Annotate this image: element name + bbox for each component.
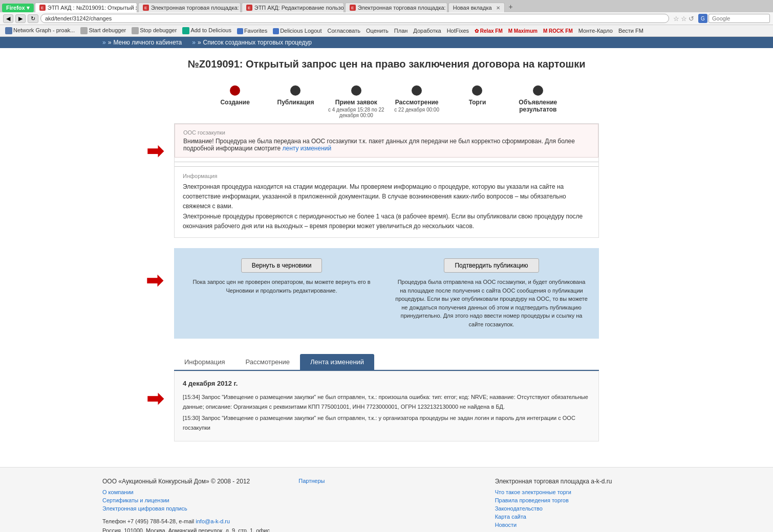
stop-debugger-icon [132, 27, 139, 34]
nav-arrow-1: » [108, 39, 112, 46]
nav-arrow-2: » [198, 39, 201, 46]
bm-hotfixes[interactable]: HotFixes [445, 27, 471, 34]
nav-menu-procedures[interactable]: » Список созданных торговых процедур [192, 39, 312, 46]
tab-icon-4: E [350, 5, 356, 11]
action-arrow: ➡ [146, 269, 163, 292]
step-results: Объявлениерезультатов [508, 85, 568, 113]
tab-icon-2: E [143, 5, 149, 11]
network-graph-icon [5, 27, 12, 34]
action-col-2: Подтвердить публикацию Процедура была от… [394, 258, 589, 328]
bm-start-debugger[interactable]: Start debugger [78, 27, 128, 35]
footer-link-certs[interactable]: Сертификаты и лицензии [102, 497, 278, 503]
reload-button[interactable]: ↻ [28, 14, 38, 23]
bookmark-star2[interactable]: ☆ [681, 15, 687, 23]
bm-vesti-fm[interactable]: Вести FM [616, 27, 646, 34]
bookmark-star[interactable]: ☆ [673, 15, 679, 23]
steps-indicator: Создание Публикация Прием заявок с 4 дек… [174, 80, 599, 123]
notice-container: ➡ ООС госзакупки Внимание! Процедура не … [174, 123, 599, 238]
main-content: №Z019091: Открытый запрос цен на право з… [164, 48, 609, 452]
nav-menu-cabinet[interactable]: » Меню личного кабинета [102, 39, 182, 46]
tab-icon-3: E [246, 5, 252, 11]
tab-changelog[interactable]: Лента изменений [300, 354, 374, 370]
tab-close-5[interactable]: ✕ [496, 5, 500, 11]
footer-link-law[interactable]: Законодательство [495, 505, 671, 512]
bm-plan[interactable]: План [392, 27, 410, 34]
footer-email[interactable]: info@a-k-d.ru [196, 518, 230, 524]
footer-link-news[interactable]: Новости [495, 522, 671, 528]
footer-link-what[interactable]: Что такое электронные торги [495, 489, 671, 495]
tab-review[interactable]: Рассмотрение [235, 354, 300, 370]
footer-col-left: ООО «Аукционный Конкурсный Дом» © 2008 -… [102, 478, 278, 532]
footer-link-sitemap[interactable]: Карта сайта [495, 514, 671, 520]
changelog-section: ➡ 4 декабря 2012 г. [15:34] Запрос "Изве… [174, 371, 599, 441]
google-search-input[interactable] [708, 14, 770, 23]
bm-soglasovat[interactable]: Согласовать [325, 27, 362, 34]
footer-col-right: Электронная торговая площадка a-k-d.ru Ч… [495, 478, 671, 532]
footer-col-middle: Партнеры [298, 478, 474, 532]
bm-rock-fm[interactable]: M ROCK FM [541, 28, 575, 34]
forward-button[interactable]: ▶ [15, 14, 26, 23]
start-debugger-icon [80, 27, 88, 34]
new-tab-button[interactable]: + [506, 1, 516, 12]
bm-ocenit[interactable]: Оценить [364, 27, 391, 34]
firefox-button[interactable]: Firefox ▾ [2, 4, 34, 12]
bm-add-delicious[interactable]: Add to Delicious [180, 27, 233, 35]
refresh-icon[interactable]: ↺ [689, 15, 694, 23]
bm-favorites[interactable]: Favorites [235, 27, 269, 35]
bm-stop-debugger[interactable]: Stop debugger [130, 27, 179, 35]
footer-contact: Телефон +7 (495) 788-54-28, e-mail info@… [102, 517, 278, 532]
step-trades: Торги [447, 85, 507, 106]
tab-2[interactable]: E Электронная торговая площадка: т... ✕ [138, 3, 241, 12]
action-col-1: Вернуть в черновики Пока запрос цен не п… [184, 258, 379, 328]
bm-maximum[interactable]: M Maximum [506, 28, 540, 34]
footer-link-eds[interactable]: Электронная цифровая подпись [102, 505, 278, 512]
tab-1[interactable]: E ЭТП АКД : №Z019091: Открытый зап... ✕ [35, 3, 137, 12]
step-review: Рассмотрение с 22 декабря 00:00 [386, 85, 447, 113]
bm-network-graph[interactable]: Network Graph - proak... [3, 27, 77, 35]
tab-icon-1: E [39, 5, 46, 11]
step-circle-3 [351, 85, 361, 96]
return-to-drafts-button[interactable]: Вернуть в черновики [241, 258, 323, 273]
warning-arrow: ➡ [146, 139, 164, 163]
browser-tab-bar: Firefox ▾ E ЭТП АКД : №Z019091: Открытый… [0, 0, 773, 12]
bm-delicious-logout[interactable]: Delicious Logout [271, 27, 324, 35]
google-icon: G [698, 14, 707, 23]
bm-relax-fm[interactable]: ✿ Relax FM [473, 28, 505, 34]
tab-navigation: Информация Рассмотрение Лента изменений [174, 354, 599, 371]
add-delicious-icon [182, 27, 189, 34]
footer-link-partners[interactable]: Партнеры [298, 478, 474, 484]
favorites-icon [237, 28, 243, 34]
back-button[interactable]: ◀ [3, 14, 13, 23]
warning-block: ООС госзакупки Внимание! Процедура не бы… [175, 124, 598, 158]
footer-link-about[interactable]: О компании [102, 489, 278, 495]
changelog-entry-2: [15:30] Запрос "Извещение о размещении з… [183, 413, 590, 432]
changelog-link[interactable]: ленту изменений [282, 145, 331, 152]
step-circle-2 [290, 85, 300, 96]
step-circle-6 [533, 85, 543, 96]
nav-menu: » Меню личного кабинета » Список созданн… [0, 37, 773, 48]
section-divider [175, 162, 598, 162]
action-block: ➡ Вернуть в черновики Пока запрос цен не… [174, 248, 599, 339]
footer-link-rules[interactable]: Правила проведения торгов [495, 497, 671, 503]
tab-4[interactable]: E Электронная торговая площадка: т... ✕ [345, 3, 447, 12]
step-reception: Прием заявок с 4 декабря 15:28 по 22дека… [326, 85, 386, 118]
tab-5[interactable]: Новая вкладка ✕ [448, 3, 505, 12]
changelog-entry-1: [15:34] Запрос "Извещение о размещении з… [183, 392, 590, 411]
bookmarks-bar: Network Graph - proak... Start debugger … [0, 25, 773, 37]
bm-monte-carlo[interactable]: Монте-Карло [576, 27, 615, 34]
url-input[interactable]: akd/tender/31242/changes [40, 14, 669, 23]
step-circle-1 [230, 85, 240, 96]
changelog-arrow: ➡ [146, 387, 164, 410]
tab-3[interactable]: E ЭТП АКД: Редактирование пользов... ✕ [242, 3, 344, 12]
tab-info[interactable]: Информация [174, 354, 235, 370]
bm-dorabotka[interactable]: Доработка [411, 27, 443, 34]
footer: ООО «Аукционный Конкурсный Дом» © 2008 -… [0, 467, 773, 532]
step-creation: Создание [205, 85, 265, 106]
address-bar: ◀ ▶ ↻ akd/tender/31242/changes ☆ ☆ ↺ G [0, 12, 773, 25]
step-publication: Публикация [265, 85, 326, 106]
info-block: Информация Электронная процедура находит… [175, 166, 598, 237]
step-circle-5 [472, 85, 482, 96]
delicious-logout-icon [273, 28, 279, 34]
confirm-publication-button[interactable]: Подтвердить публикацию [444, 258, 539, 273]
page-title: №Z019091: Открытый запрос цен на право з… [174, 58, 599, 70]
